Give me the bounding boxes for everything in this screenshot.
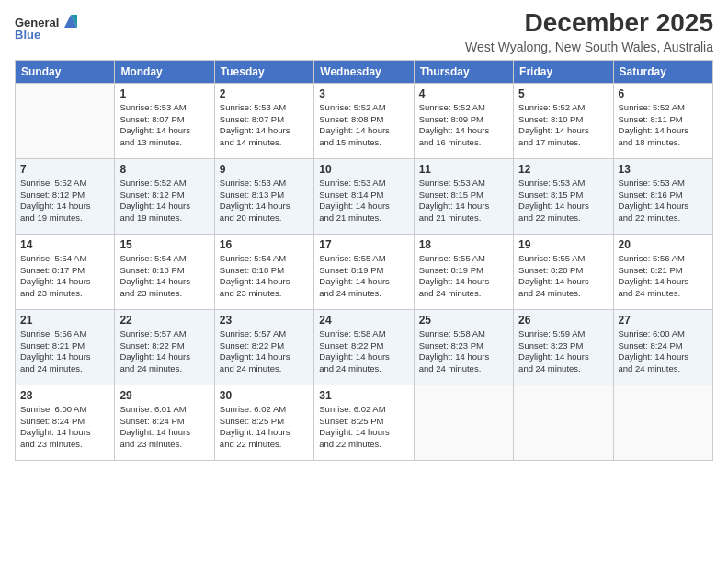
day-info: Sunrise: 5:56 AM Sunset: 8:21 PM Dayligh… [20, 328, 109, 375]
day-number: 6 [619, 87, 708, 100]
day-number: 16 [220, 238, 309, 251]
day-number: 25 [419, 314, 508, 327]
day-info: Sunrise: 5:52 AM Sunset: 8:10 PM Dayligh… [518, 102, 608, 149]
day-number: 1 [119, 87, 209, 100]
day-number: 14 [20, 238, 109, 251]
calendar-cell: 20Sunrise: 5:56 AM Sunset: 8:21 PM Dayli… [613, 234, 712, 309]
day-info: Sunrise: 5:58 AM Sunset: 8:23 PM Dayligh… [419, 328, 508, 375]
day-info: Sunrise: 6:02 AM Sunset: 8:25 PM Dayligh… [220, 404, 309, 451]
weekday-header-thursday: Thursday [414, 60, 513, 83]
weekday-header-wednesday: Wednesday [314, 60, 414, 83]
day-number: 12 [518, 163, 608, 176]
day-number: 9 [220, 163, 309, 176]
day-number: 24 [319, 314, 408, 327]
calendar-cell [613, 385, 712, 460]
day-number: 21 [20, 314, 109, 327]
day-info: Sunrise: 5:59 AM Sunset: 8:23 PM Dayligh… [518, 328, 608, 375]
week-row-1: 1Sunrise: 5:53 AM Sunset: 8:07 PM Daylig… [16, 83, 713, 158]
day-info: Sunrise: 5:53 AM Sunset: 8:07 PM Dayligh… [119, 102, 209, 149]
day-info: Sunrise: 5:52 AM Sunset: 8:12 PM Dayligh… [20, 178, 109, 224]
calendar-cell: 31Sunrise: 6:02 AM Sunset: 8:25 PM Dayli… [314, 385, 414, 460]
calendar-cell: 12Sunrise: 5:53 AM Sunset: 8:15 PM Dayli… [514, 158, 613, 234]
calendar-cell: 4Sunrise: 5:52 AM Sunset: 8:09 PM Daylig… [414, 83, 513, 158]
day-number: 7 [20, 163, 109, 176]
day-info: Sunrise: 5:53 AM Sunset: 8:15 PM Dayligh… [518, 178, 608, 224]
day-info: Sunrise: 5:53 AM Sunset: 8:15 PM Dayligh… [419, 178, 508, 224]
day-number: 8 [119, 163, 209, 176]
title-block: December 2025 West Wyalong, New South Wa… [465, 9, 713, 54]
calendar-cell: 5Sunrise: 5:52 AM Sunset: 8:10 PM Daylig… [514, 83, 613, 158]
day-number: 27 [619, 314, 708, 327]
calendar-cell: 27Sunrise: 6:00 AM Sunset: 8:24 PM Dayli… [613, 309, 712, 385]
day-number: 10 [319, 163, 408, 176]
day-number: 15 [119, 238, 209, 251]
calendar-cell: 17Sunrise: 5:55 AM Sunset: 8:19 PM Dayli… [314, 234, 414, 309]
day-info: Sunrise: 5:58 AM Sunset: 8:22 PM Dayligh… [319, 328, 408, 375]
week-row-2: 7Sunrise: 5:52 AM Sunset: 8:12 PM Daylig… [16, 158, 713, 234]
day-info: Sunrise: 5:54 AM Sunset: 8:17 PM Dayligh… [20, 253, 109, 300]
calendar-cell: 8Sunrise: 5:52 AM Sunset: 8:12 PM Daylig… [115, 158, 214, 234]
calendar-cell: 1Sunrise: 5:53 AM Sunset: 8:07 PM Daylig… [115, 83, 214, 158]
logo: General Blue [15, 13, 81, 41]
day-info: Sunrise: 5:55 AM Sunset: 8:20 PM Dayligh… [518, 253, 608, 300]
day-info: Sunrise: 5:52 AM Sunset: 8:11 PM Dayligh… [619, 102, 708, 149]
calendar-cell: 30Sunrise: 6:02 AM Sunset: 8:25 PM Dayli… [214, 385, 313, 460]
day-number: 11 [419, 163, 508, 176]
calendar-cell: 10Sunrise: 5:53 AM Sunset: 8:14 PM Dayli… [314, 158, 414, 234]
calendar-cell [414, 385, 513, 460]
day-info: Sunrise: 5:55 AM Sunset: 8:19 PM Dayligh… [419, 253, 508, 300]
day-info: Sunrise: 5:52 AM Sunset: 8:09 PM Dayligh… [419, 102, 508, 149]
day-info: Sunrise: 5:53 AM Sunset: 8:14 PM Dayligh… [319, 178, 408, 224]
day-info: Sunrise: 6:01 AM Sunset: 8:24 PM Dayligh… [119, 404, 209, 451]
calendar-cell: 14Sunrise: 5:54 AM Sunset: 8:17 PM Dayli… [16, 234, 115, 309]
month-title: December 2025 [465, 9, 713, 38]
calendar-cell: 28Sunrise: 6:00 AM Sunset: 8:24 PM Dayli… [16, 385, 115, 460]
calendar-cell: 23Sunrise: 5:57 AM Sunset: 8:22 PM Dayli… [214, 309, 313, 385]
logo-icon [61, 11, 81, 31]
day-number: 19 [518, 238, 608, 251]
calendar-cell: 7Sunrise: 5:52 AM Sunset: 8:12 PM Daylig… [16, 158, 115, 234]
day-number: 22 [119, 314, 209, 327]
day-number: 20 [619, 238, 708, 251]
day-number: 26 [518, 314, 608, 327]
calendar-cell: 21Sunrise: 5:56 AM Sunset: 8:21 PM Dayli… [16, 309, 115, 385]
page: General Blue December 2025 West Wyalong,… [0, 0, 728, 563]
day-number: 17 [319, 238, 408, 251]
day-number: 13 [619, 163, 708, 176]
calendar-table: SundayMondayTuesdayWednesdayThursdayFrid… [15, 60, 713, 461]
calendar-cell [514, 385, 613, 460]
day-info: Sunrise: 5:55 AM Sunset: 8:19 PM Dayligh… [319, 253, 408, 300]
weekday-header-row: SundayMondayTuesdayWednesdayThursdayFrid… [16, 60, 713, 83]
day-number: 3 [319, 87, 408, 100]
calendar-cell: 9Sunrise: 5:53 AM Sunset: 8:13 PM Daylig… [214, 158, 313, 234]
weekday-header-saturday: Saturday [613, 60, 712, 83]
calendar-cell [16, 83, 115, 158]
calendar-cell: 16Sunrise: 5:54 AM Sunset: 8:18 PM Dayli… [214, 234, 313, 309]
day-info: Sunrise: 5:52 AM Sunset: 8:08 PM Dayligh… [319, 102, 408, 149]
day-number: 2 [220, 87, 309, 100]
day-info: Sunrise: 5:52 AM Sunset: 8:12 PM Dayligh… [119, 178, 209, 224]
calendar-cell: 26Sunrise: 5:59 AM Sunset: 8:23 PM Dayli… [514, 309, 613, 385]
calendar-cell: 25Sunrise: 5:58 AM Sunset: 8:23 PM Dayli… [414, 309, 513, 385]
day-number: 18 [419, 238, 508, 251]
calendar-cell: 24Sunrise: 5:58 AM Sunset: 8:22 PM Dayli… [314, 309, 414, 385]
day-number: 29 [119, 389, 209, 402]
day-info: Sunrise: 5:57 AM Sunset: 8:22 PM Dayligh… [220, 328, 309, 375]
calendar-cell: 6Sunrise: 5:52 AM Sunset: 8:11 PM Daylig… [613, 83, 712, 158]
day-number: 5 [518, 87, 608, 100]
calendar-cell: 13Sunrise: 5:53 AM Sunset: 8:16 PM Dayli… [613, 158, 712, 234]
day-info: Sunrise: 5:53 AM Sunset: 8:16 PM Dayligh… [619, 178, 708, 224]
day-number: 23 [220, 314, 309, 327]
week-row-3: 14Sunrise: 5:54 AM Sunset: 8:17 PM Dayli… [16, 234, 713, 309]
calendar-cell: 22Sunrise: 5:57 AM Sunset: 8:22 PM Dayli… [115, 309, 214, 385]
location: West Wyalong, New South Wales, Australia [465, 40, 713, 54]
day-number: 30 [220, 389, 309, 402]
logo-text: General Blue [15, 13, 81, 41]
day-info: Sunrise: 5:54 AM Sunset: 8:18 PM Dayligh… [119, 253, 209, 300]
day-number: 4 [419, 87, 508, 100]
calendar-cell: 29Sunrise: 6:01 AM Sunset: 8:24 PM Dayli… [115, 385, 214, 460]
day-info: Sunrise: 5:53 AM Sunset: 8:07 PM Dayligh… [220, 102, 309, 149]
calendar-cell: 3Sunrise: 5:52 AM Sunset: 8:08 PM Daylig… [314, 83, 414, 158]
day-info: Sunrise: 5:57 AM Sunset: 8:22 PM Dayligh… [119, 328, 209, 375]
day-number: 31 [319, 389, 408, 402]
